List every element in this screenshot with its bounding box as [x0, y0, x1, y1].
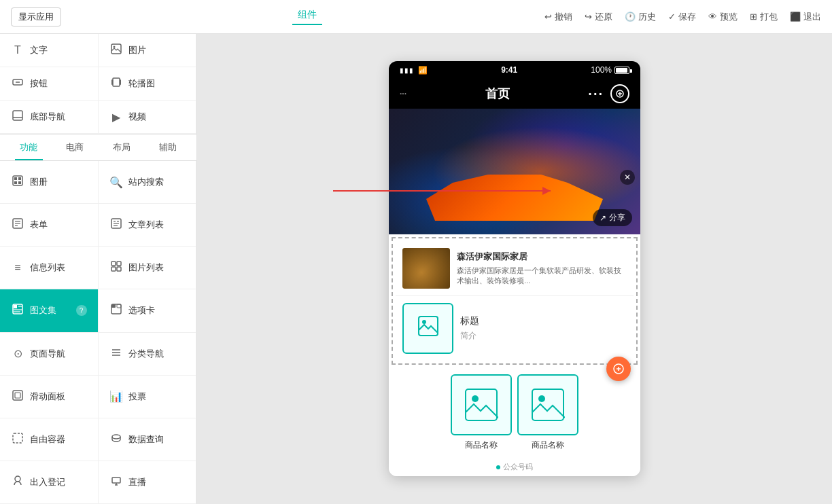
phone-circle-icon[interactable]: [610, 84, 629, 103]
car-silhouette: [426, 166, 603, 221]
component-checkin-label: 出入登记: [30, 476, 65, 488]
phone-dots-icon[interactable]: ···: [588, 86, 604, 102]
component-bottom-nav[interactable]: 底部导航: [0, 101, 99, 134]
svg-rect-25: [111, 267, 116, 271]
component-vote[interactable]: 📊 投票: [99, 376, 197, 418]
component-article-list[interactable]: 文章列表: [99, 204, 197, 247]
wifi-icon: 📶: [418, 66, 428, 75]
svg-rect-38: [13, 391, 22, 400]
live-icon: [109, 475, 123, 489]
article-thumbnail: [402, 248, 450, 289]
hero-close-button[interactable]: ✕: [620, 170, 635, 185]
main-layout: T 文字 图片 按钮 轮播图: [0, 34, 832, 504]
article-desc: 森活伊家国际家居是一个集软装产品研发、软装技术输出、装饰装修项...: [457, 266, 627, 287]
component-page-nav[interactable]: ⊙ 页面导航: [0, 333, 99, 376]
phone-page-title: 首页: [485, 86, 510, 102]
svg-rect-13: [18, 181, 21, 184]
share-label: 分享: [609, 212, 625, 223]
pack-button[interactable]: ⊞ 打包: [750, 11, 778, 23]
svg-rect-24: [117, 262, 121, 266]
svg-point-1: [113, 46, 115, 48]
undo-button[interactable]: ↩ 撤销: [544, 11, 572, 23]
history-button[interactable]: 🕐 历史: [625, 11, 656, 23]
redo-label: 还原: [595, 11, 612, 23]
component-checkin[interactable]: 出入登记: [0, 461, 99, 504]
article-thumb-inner: [402, 248, 450, 289]
component-page-nav-label: 页面导航: [30, 348, 65, 360]
image-text-icon: [11, 304, 24, 317]
button-icon: [11, 77, 24, 90]
save-button[interactable]: ✓ 保存: [668, 11, 696, 23]
component-album[interactable]: 图册: [0, 161, 99, 204]
component-text[interactable]: T 文字: [0, 34, 99, 67]
signal-bars: ▮▮▮: [400, 67, 414, 74]
svg-rect-12: [14, 181, 17, 184]
preview-button[interactable]: 👁 预览: [708, 11, 738, 23]
component-tab[interactable]: 组件: [292, 9, 322, 25]
product-name-1: 商品名称: [465, 439, 498, 451]
article-title: 森活伊家国际家居: [457, 251, 627, 263]
toolbar: 显示应用 组件 ↩ 撤销 ↪ 还原 🕐 历史 ✓ 保存 👁 预览 ⊞ 打包 ⬛: [0, 0, 832, 34]
tab-layout[interactable]: 布局: [99, 134, 145, 160]
component-image[interactable]: 图片: [99, 34, 197, 67]
hero-image: ✕ ↗ 分享: [389, 109, 640, 234]
tab-ecommerce[interactable]: 电商: [52, 134, 98, 160]
svg-rect-7: [13, 111, 22, 120]
svg-rect-53: [466, 389, 497, 420]
history-icon: 🕐: [625, 12, 636, 22]
tab-function[interactable]: 功能: [5, 134, 52, 160]
exit-icon: ⬛: [790, 12, 801, 22]
component-free-container[interactable]: 自由容器: [0, 418, 99, 461]
component-slide-panel[interactable]: 滑动面板: [0, 376, 99, 418]
pack-icon: ⊞: [750, 12, 757, 22]
redo-button[interactable]: ↪ 还原: [585, 11, 612, 23]
component-form[interactable]: 表单: [0, 204, 99, 247]
component-image-text[interactable]: 图文集 ?: [0, 289, 99, 332]
component-live-label: 直播: [128, 476, 146, 488]
component-live[interactable]: 直播: [99, 461, 197, 504]
component-vote-label: 投票: [128, 391, 146, 403]
phone-status-bar: ▮▮▮ 📶 9:41 100%: [389, 61, 640, 79]
component-info-list-label: 信息列表: [30, 262, 65, 274]
svg-rect-4: [113, 78, 120, 86]
svg-rect-0: [111, 44, 121, 54]
component-tab[interactable]: 选项卡: [99, 289, 197, 332]
svg-rect-10: [14, 177, 17, 180]
undo-icon: ↩: [544, 12, 552, 22]
image-placeholder: [402, 303, 453, 354]
redo-icon: ↪: [585, 12, 592, 22]
article-preview: 森活伊家国际家居 森活伊家国际家居是一个集软装产品研发、软装技术输出、装饰装修项…: [396, 241, 634, 296]
svg-rect-28: [14, 305, 17, 308]
help-badge[interactable]: ?: [76, 305, 87, 316]
products-grid: 商品名称 商品名称: [389, 367, 640, 458]
component-info-list[interactable]: ≡ 信息列表: [0, 247, 99, 289]
canvas-area: ▮▮▮ 📶 9:41 100% ··· 首页 ···: [197, 34, 832, 504]
exit-button[interactable]: ⬛ 退出: [790, 11, 821, 23]
scroll-indicator: 公众号码: [389, 458, 640, 476]
svg-rect-6: [120, 79, 121, 85]
sidebar: T 文字 图片 按钮 轮播图: [0, 34, 197, 504]
component-carousel-label: 轮播图: [128, 77, 155, 90]
toolbar-actions: ↩ 撤销 ↪ 还原 🕐 历史 ✓ 保存 👁 预览 ⊞ 打包 ⬛ 退出: [544, 11, 821, 23]
component-image-label: 图片: [128, 44, 146, 56]
component-data-query[interactable]: 数据查询: [99, 418, 197, 461]
component-button[interactable]: 按钮: [0, 67, 99, 101]
component-category-nav[interactable]: 分类导航: [99, 333, 197, 376]
image-text-desc: 简介: [460, 330, 627, 342]
vote-icon: 📊: [109, 390, 123, 403]
share-button[interactable]: ↗ 分享: [593, 209, 632, 226]
component-carousel[interactable]: 轮播图: [99, 67, 197, 101]
image-icon: [109, 43, 123, 57]
video-icon: ▶: [109, 111, 123, 124]
component-video-label: 视频: [128, 111, 146, 123]
component-image-list[interactable]: 图片列表: [99, 247, 197, 289]
component-search[interactable]: 🔍 站内搜索: [99, 161, 197, 204]
battery-percent: 100%: [591, 65, 612, 75]
tab-assistant[interactable]: 辅助: [145, 134, 191, 160]
show-apps-button[interactable]: 显示应用: [11, 7, 61, 26]
component-video[interactable]: ▶ 视频: [99, 101, 197, 134]
float-action-button[interactable]: [606, 357, 631, 381]
component-search-label: 站内搜索: [128, 176, 164, 188]
save-icon: ✓: [668, 12, 676, 22]
product-name-2: 商品名称: [532, 439, 564, 451]
